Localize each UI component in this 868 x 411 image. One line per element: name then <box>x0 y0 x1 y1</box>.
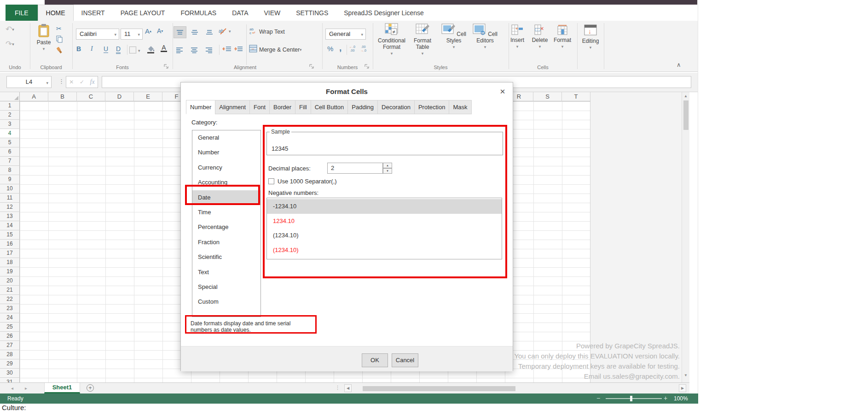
row-header-18[interactable]: 18 <box>0 258 20 267</box>
zoom-slider-thumb[interactable] <box>630 396 632 401</box>
align-top-icon[interactable] <box>174 26 186 38</box>
row-header-5[interactable]: 5 <box>0 138 20 147</box>
category-item-percentage[interactable]: Percentage <box>192 220 260 235</box>
align-middle-icon[interactable] <box>188 26 201 38</box>
format-table-button[interactable]: Format Table ▾ <box>407 23 438 56</box>
editing-button[interactable]: ↓ Editing ▾ <box>578 24 603 50</box>
collapse-ribbon-icon[interactable]: ∧ <box>677 61 681 68</box>
column-header-A[interactable]: A <box>20 92 48 101</box>
zoom-out-icon[interactable]: − <box>596 393 600 403</box>
name-box[interactable]: L4 ▾ <box>6 76 52 88</box>
confirm-entry-icon[interactable]: ✓ <box>80 79 84 85</box>
dialog-tab-alignment[interactable]: Alignment <box>215 100 250 114</box>
align-bottom-icon[interactable] <box>203 26 216 38</box>
font-name-combo[interactable]: Calibri▾ <box>76 29 119 40</box>
merge-center-icon[interactable]: ↔ <box>249 45 257 53</box>
select-all-corner[interactable] <box>0 92 20 101</box>
use-1000-separator-checkbox[interactable] <box>268 178 274 184</box>
wrap-text-icon[interactable]: abc↵ <box>249 27 257 35</box>
row-header-7[interactable]: 7 <box>0 157 20 166</box>
row-header-17[interactable]: 17 <box>0 249 20 258</box>
paste-button[interactable]: Paste ▾ <box>34 23 53 51</box>
category-item-custom[interactable]: Custom <box>192 294 260 309</box>
row-header-8[interactable]: 8 <box>0 166 20 175</box>
align-center-icon[interactable] <box>188 44 201 56</box>
increase-indent-icon[interactable] <box>234 46 243 53</box>
row-header-29[interactable]: 29 <box>0 359 20 369</box>
copy-icon[interactable] <box>56 35 63 43</box>
row-header-12[interactable]: 12 <box>0 203 20 212</box>
dialog-tab-protection[interactable]: Protection <box>414 100 450 114</box>
horizontal-scrollbar-thumb[interactable] <box>363 386 515 391</box>
row-header-26[interactable]: 26 <box>0 332 20 341</box>
negative-option-1[interactable]: -1234.10 <box>267 199 502 214</box>
negative-option-4[interactable]: (1234.10) <box>267 243 502 258</box>
decrease-indent-icon[interactable] <box>222 46 231 53</box>
orientation-icon[interactable]: ab <box>218 27 227 35</box>
row-header-28[interactable]: 28 <box>0 350 20 359</box>
ribbon-tab-formulas[interactable]: FORMULAS <box>173 5 224 21</box>
zoom-level[interactable]: 100% <box>674 393 688 404</box>
name-box-dropdown-icon[interactable]: ▾ <box>46 77 48 88</box>
category-item-time[interactable]: Time <box>192 205 260 220</box>
category-item-general[interactable]: General <box>192 130 260 145</box>
row-header-15[interactable]: 15 <box>0 230 20 240</box>
ribbon-tab-home[interactable]: HOME <box>38 5 74 21</box>
borders-icon[interactable] <box>129 47 136 53</box>
underline-icon[interactable]: U <box>104 45 108 53</box>
number-format-combo[interactable]: General▾ <box>325 29 366 40</box>
alignment-dialog-launcher-icon[interactable] <box>309 64 314 69</box>
category-item-text[interactable]: Text <box>192 265 260 280</box>
increase-decimal-icon[interactable]: .00→.0 <box>360 45 366 53</box>
ribbon-tab-file[interactable]: FILE <box>6 5 38 21</box>
borders-dropdown-icon[interactable]: ▾ <box>138 48 140 53</box>
decimal-places-input[interactable]: 2 <box>327 163 383 174</box>
insert-button[interactable]: Insert ▾ <box>507 24 528 49</box>
zoom-in-icon[interactable]: + <box>664 393 667 403</box>
ribbon-tab-page-layout[interactable]: PAGE LAYOUT <box>113 5 173 21</box>
row-header-10[interactable]: 10 <box>0 184 20 194</box>
negative-numbers-list[interactable]: -1234.101234.10(1234.10)(1234.10) <box>266 198 502 259</box>
cell-styles-button[interactable]: Cell Styles ▾ <box>439 23 469 49</box>
row-header-4[interactable]: 4 <box>0 129 20 138</box>
numbers-dialog-launcher-icon[interactable] <box>365 64 370 69</box>
row-header-27[interactable]: 27 <box>0 341 20 350</box>
row-header-23[interactable]: 23 <box>0 304 20 313</box>
row-header-30[interactable]: 30 <box>0 369 20 378</box>
ribbon-tab-data[interactable]: DATA <box>224 5 256 21</box>
add-sheet-icon[interactable]: + <box>87 384 94 392</box>
row-header-2[interactable]: 2 <box>0 111 20 120</box>
category-item-currency[interactable]: Currency <box>192 160 260 175</box>
sheet-tab-sheet1[interactable]: Sheet1 <box>44 383 80 393</box>
comma-style-icon[interactable]: , <box>339 43 341 53</box>
delete-button[interactable]: ✕ Delete ▾ <box>529 24 550 49</box>
cancel-entry-icon[interactable]: ✕ <box>69 79 74 85</box>
bold-icon[interactable]: B <box>76 45 81 53</box>
double-underline-icon[interactable]: D <box>116 45 121 54</box>
font-color-icon[interactable]: A <box>161 45 167 52</box>
ribbon-tab-settings[interactable]: SETTINGS <box>288 5 336 21</box>
percent-style-icon[interactable]: % <box>327 45 333 53</box>
vertical-scrollbar[interactable]: ▲ ▼ <box>682 92 689 382</box>
sheet-nav-prev-icon[interactable]: ◂ <box>11 383 13 393</box>
italic-icon[interactable]: I <box>91 45 93 53</box>
negative-option-2[interactable]: 1234.10 <box>267 214 502 229</box>
sheet-nav-next-icon[interactable]: ▸ <box>25 383 27 393</box>
grow-font-icon[interactable]: A▴ <box>145 27 151 35</box>
category-list[interactable]: GeneralNumberCurrencyAccountingDateTimeP… <box>192 130 261 317</box>
category-item-special[interactable]: Special <box>192 280 260 294</box>
dialog-tab-cell-button[interactable]: Cell Button <box>311 100 348 114</box>
align-left-icon[interactable] <box>173 44 186 56</box>
dialog-tab-number[interactable]: Number <box>186 100 215 114</box>
ribbon-tab-view[interactable]: VIEW <box>256 5 288 21</box>
redo-icon[interactable]: ↷ ▾ <box>6 39 14 49</box>
dialog-tab-border[interactable]: Border <box>269 100 295 114</box>
row-header-22[interactable]: 22 <box>0 295 20 304</box>
dialog-tab-padding[interactable]: Padding <box>347 100 378 114</box>
merge-center-label[interactable]: Merge & Center <box>259 47 300 53</box>
row-header-14[interactable]: 14 <box>0 221 20 230</box>
dialog-tab-mask[interactable]: Mask <box>449 100 471 114</box>
column-header-E[interactable]: E <box>134 92 162 101</box>
ribbon-tab-spreadjs-designer-license[interactable]: SpreadJS Designer License <box>336 5 432 21</box>
align-right-icon[interactable] <box>203 44 215 56</box>
